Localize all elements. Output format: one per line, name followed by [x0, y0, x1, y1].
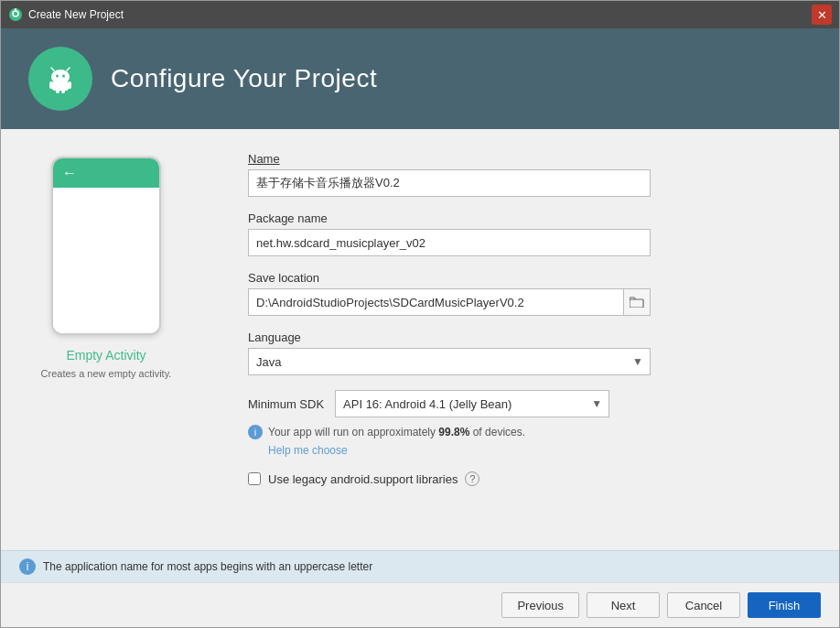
package-label: Package name: [248, 211, 802, 225]
legacy-help-icon[interactable]: ?: [465, 471, 479, 486]
android-logo: [28, 47, 92, 111]
next-button[interactable]: Next: [587, 592, 660, 618]
language-select-wrapper: Java Kotlin ▼: [248, 348, 651, 375]
help-me-choose-link[interactable]: Help me choose: [268, 444, 348, 457]
min-sdk-select-wrapper: API 16: Android 4.1 (Jelly Bean) API 21:…: [335, 390, 609, 417]
svg-point-5: [56, 75, 59, 78]
svg-rect-12: [56, 89, 59, 93]
close-button[interactable]: ✕: [812, 5, 832, 25]
svg-rect-9: [52, 81, 69, 91]
svg-rect-11: [68, 81, 71, 89]
save-location-label: Save location: [248, 271, 802, 285]
title-bar-text: Create New Project: [28, 8, 124, 21]
language-label: Language: [248, 330, 802, 344]
sdk-info-text: Your app will run on approximately 99.8%…: [268, 426, 525, 439]
info-prefix: Your app will run on approximately: [268, 426, 438, 439]
save-location-input-group: [248, 288, 651, 316]
main-window: Create New Project ✕ Configure Your: [0, 0, 840, 628]
min-sdk-select[interactable]: API 16: Android 4.1 (Jelly Bean) API 21:…: [335, 390, 609, 417]
legacy-label: Use legacy android.support libraries: [268, 472, 458, 486]
browse-folder-button[interactable]: [623, 288, 651, 316]
save-location-group: Save location: [248, 271, 802, 316]
package-input[interactable]: [248, 229, 651, 256]
bottom-info-icon: i: [19, 558, 36, 575]
save-location-input[interactable]: [248, 288, 623, 316]
bottom-info-text: The application name for most apps begin…: [43, 560, 372, 573]
language-group: Language Java Kotlin ▼: [248, 330, 802, 375]
content-area: ← Empty Activity Creates a new empty act…: [1, 129, 839, 550]
legacy-checkbox[interactable]: [248, 472, 261, 485]
finish-button[interactable]: Finish: [748, 592, 821, 618]
footer-buttons: Previous Next Cancel Finish: [1, 582, 839, 627]
info-suffix: of devices.: [469, 426, 525, 439]
min-sdk-group: Minimum SDK API 16: Android 4.1 (Jelly B…: [248, 390, 802, 457]
svg-rect-13: [61, 89, 65, 93]
cancel-button[interactable]: Cancel: [667, 592, 740, 618]
svg-rect-10: [49, 81, 53, 89]
min-sdk-label: Minimum SDK: [248, 397, 324, 411]
title-bar-left: Create New Project: [8, 7, 124, 22]
info-percent: 99.8%: [438, 426, 469, 439]
phone-mockup: ←: [51, 157, 161, 335]
phone-body: [53, 188, 159, 333]
phone-top-bar: ←: [53, 158, 159, 188]
back-arrow-icon: ←: [62, 165, 77, 181]
name-group: Name: [248, 152, 802, 197]
title-bar: Create New Project ✕: [1, 1, 839, 28]
legacy-checkbox-row: Use legacy android.support libraries ?: [248, 471, 802, 486]
name-label: Name: [248, 152, 802, 166]
previous-button[interactable]: Previous: [501, 592, 579, 618]
left-panel: ← Empty Activity Creates a new empty act…: [1, 129, 211, 550]
header-banner: Configure Your Project: [1, 28, 839, 129]
activity-label: Empty Activity: [66, 348, 145, 363]
sdk-info-row: i Your app will run on approximately 99.…: [248, 425, 802, 439]
activity-description: Creates a new empty activity.: [41, 368, 172, 379]
min-sdk-row: Minimum SDK API 16: Android 4.1 (Jelly B…: [248, 390, 802, 417]
svg-rect-14: [630, 299, 643, 308]
bottom-info-bar: i The application name for most apps beg…: [1, 550, 839, 582]
info-icon: i: [248, 425, 263, 439]
app-icon: [8, 7, 23, 22]
language-select[interactable]: Java Kotlin: [248, 348, 651, 375]
svg-point-6: [62, 75, 65, 78]
header-title: Configure Your Project: [111, 64, 377, 93]
name-input[interactable]: [248, 169, 651, 197]
right-panel: Name Package name Save location: [211, 129, 839, 550]
package-group: Package name: [248, 211, 802, 256]
